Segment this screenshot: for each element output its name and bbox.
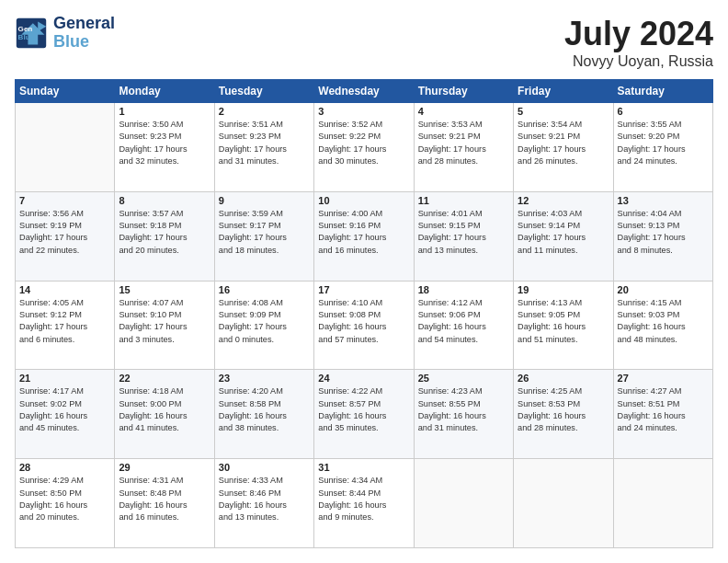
- day-info: Sunrise: 3:57 AM Sunset: 9:18 PM Dayligh…: [119, 208, 210, 257]
- calendar-cell: 2Sunrise: 3:51 AM Sunset: 9:23 PM Daylig…: [214, 103, 313, 192]
- day-number: 3: [318, 106, 409, 117]
- logo-icon: Gen Blue: [15, 17, 48, 50]
- calendar-cell: 22Sunrise: 4:18 AM Sunset: 9:00 PM Dayli…: [115, 370, 214, 459]
- day-number: 28: [19, 462, 110, 473]
- title-block: July 2024 Novyy Uoyan, Russia: [564, 15, 713, 70]
- calendar-cell: 16Sunrise: 4:08 AM Sunset: 9:09 PM Dayli…: [214, 281, 313, 370]
- calendar-cell: 4Sunrise: 3:53 AM Sunset: 9:21 PM Daylig…: [414, 103, 513, 192]
- day-number: 24: [318, 373, 409, 384]
- day-number: 9: [219, 195, 310, 206]
- calendar-cell: 28Sunrise: 4:29 AM Sunset: 8:50 PM Dayli…: [16, 459, 115, 548]
- day-info: Sunrise: 4:22 AM Sunset: 8:57 PM Dayligh…: [318, 385, 409, 434]
- calendar-cell: [514, 459, 613, 548]
- day-info: Sunrise: 4:03 AM Sunset: 9:14 PM Dayligh…: [518, 208, 609, 257]
- day-info: Sunrise: 3:59 AM Sunset: 9:17 PM Dayligh…: [219, 208, 310, 257]
- weekday-header-thursday: Thursday: [414, 80, 513, 103]
- calendar-cell: 23Sunrise: 4:20 AM Sunset: 8:58 PM Dayli…: [214, 370, 313, 459]
- day-number: 17: [318, 284, 409, 295]
- day-number: 31: [318, 462, 409, 473]
- calendar-cell: 7Sunrise: 3:56 AM Sunset: 9:19 PM Daylig…: [16, 191, 115, 281]
- day-number: 14: [19, 284, 110, 295]
- calendar-week-4: 21Sunrise: 4:17 AM Sunset: 9:02 PM Dayli…: [16, 370, 713, 459]
- day-number: 1: [119, 106, 210, 117]
- day-info: Sunrise: 3:55 AM Sunset: 9:20 PM Dayligh…: [618, 119, 709, 167]
- calendar-week-2: 7Sunrise: 3:56 AM Sunset: 9:19 PM Daylig…: [16, 191, 713, 281]
- calendar-cell: 6Sunrise: 3:55 AM Sunset: 9:20 PM Daylig…: [613, 103, 712, 192]
- calendar-cell: 9Sunrise: 3:59 AM Sunset: 9:17 PM Daylig…: [214, 191, 313, 281]
- day-number: 25: [418, 373, 509, 384]
- day-info: Sunrise: 4:12 AM Sunset: 9:06 PM Dayligh…: [418, 297, 509, 346]
- day-info: Sunrise: 3:53 AM Sunset: 9:21 PM Dayligh…: [418, 119, 509, 167]
- day-info: Sunrise: 4:25 AM Sunset: 8:53 PM Dayligh…: [518, 385, 609, 434]
- day-info: Sunrise: 4:10 AM Sunset: 9:08 PM Dayligh…: [318, 297, 409, 346]
- day-number: 27: [618, 373, 709, 384]
- day-info: Sunrise: 4:07 AM Sunset: 9:10 PM Dayligh…: [119, 297, 210, 346]
- calendar-cell: 26Sunrise: 4:25 AM Sunset: 8:53 PM Dayli…: [514, 370, 613, 459]
- location-title: Novyy Uoyan, Russia: [564, 53, 713, 70]
- weekday-header-tuesday: Tuesday: [214, 80, 313, 103]
- day-number: 18: [418, 284, 509, 295]
- day-number: 6: [618, 106, 709, 117]
- svg-text:Gen: Gen: [18, 25, 33, 33]
- calendar-cell: 11Sunrise: 4:01 AM Sunset: 9:15 PM Dayli…: [414, 191, 513, 281]
- calendar-cell: 5Sunrise: 3:54 AM Sunset: 9:21 PM Daylig…: [514, 103, 613, 192]
- day-info: Sunrise: 3:52 AM Sunset: 9:22 PM Dayligh…: [318, 119, 409, 167]
- calendar-header-row: SundayMondayTuesdayWednesdayThursdayFrid…: [16, 80, 713, 103]
- calendar-cell: 1Sunrise: 3:50 AM Sunset: 9:23 PM Daylig…: [115, 103, 214, 192]
- calendar-cell: 14Sunrise: 4:05 AM Sunset: 9:12 PM Dayli…: [16, 281, 115, 370]
- day-number: 15: [119, 284, 210, 295]
- calendar-cell: 17Sunrise: 4:10 AM Sunset: 9:08 PM Dayli…: [314, 281, 414, 370]
- day-info: Sunrise: 4:00 AM Sunset: 9:16 PM Dayligh…: [318, 208, 409, 257]
- calendar-body: 1Sunrise: 3:50 AM Sunset: 9:23 PM Daylig…: [16, 103, 713, 548]
- calendar-week-3: 14Sunrise: 4:05 AM Sunset: 9:12 PM Dayli…: [16, 281, 713, 370]
- calendar-cell: 19Sunrise: 4:13 AM Sunset: 9:05 PM Dayli…: [514, 281, 613, 370]
- logo: Gen Blue General Blue: [15, 15, 115, 52]
- day-number: 13: [618, 195, 709, 206]
- calendar-cell: 27Sunrise: 4:27 AM Sunset: 8:51 PM Dayli…: [613, 370, 712, 459]
- day-info: Sunrise: 4:05 AM Sunset: 9:12 PM Dayligh…: [19, 297, 110, 346]
- calendar-cell: 18Sunrise: 4:12 AM Sunset: 9:06 PM Dayli…: [414, 281, 513, 370]
- day-info: Sunrise: 4:18 AM Sunset: 9:00 PM Dayligh…: [119, 385, 210, 434]
- calendar-week-5: 28Sunrise: 4:29 AM Sunset: 8:50 PM Dayli…: [16, 459, 713, 548]
- day-info: Sunrise: 4:20 AM Sunset: 8:58 PM Dayligh…: [219, 385, 310, 434]
- day-info: Sunrise: 4:15 AM Sunset: 9:03 PM Dayligh…: [618, 297, 709, 346]
- day-info: Sunrise: 3:51 AM Sunset: 9:23 PM Dayligh…: [219, 119, 310, 167]
- weekday-header-sunday: Sunday: [16, 80, 115, 103]
- day-number: 22: [119, 373, 210, 384]
- calendar-table: SundayMondayTuesdayWednesdayThursdayFrid…: [15, 79, 713, 548]
- day-number: 8: [119, 195, 210, 206]
- day-info: Sunrise: 4:31 AM Sunset: 8:48 PM Dayligh…: [119, 475, 210, 523]
- day-info: Sunrise: 4:29 AM Sunset: 8:50 PM Dayligh…: [19, 475, 110, 523]
- day-number: 20: [618, 284, 709, 295]
- calendar-cell: 8Sunrise: 3:57 AM Sunset: 9:18 PM Daylig…: [115, 191, 214, 281]
- day-number: 16: [219, 284, 310, 295]
- month-title: July 2024: [564, 15, 713, 53]
- day-number: 12: [518, 195, 609, 206]
- calendar-cell: 20Sunrise: 4:15 AM Sunset: 9:03 PM Dayli…: [613, 281, 712, 370]
- day-number: 5: [518, 106, 609, 117]
- day-number: 26: [518, 373, 609, 384]
- day-info: Sunrise: 4:13 AM Sunset: 9:05 PM Dayligh…: [518, 297, 609, 346]
- day-number: 4: [418, 106, 509, 117]
- calendar-cell: 30Sunrise: 4:33 AM Sunset: 8:46 PM Dayli…: [214, 459, 313, 548]
- calendar-cell: 31Sunrise: 4:34 AM Sunset: 8:44 PM Dayli…: [314, 459, 414, 548]
- weekday-header-friday: Friday: [514, 80, 613, 103]
- day-info: Sunrise: 4:04 AM Sunset: 9:13 PM Dayligh…: [618, 208, 709, 257]
- calendar-cell: [16, 103, 115, 192]
- calendar-cell: 21Sunrise: 4:17 AM Sunset: 9:02 PM Dayli…: [16, 370, 115, 459]
- calendar-cell: 29Sunrise: 4:31 AM Sunset: 8:48 PM Dayli…: [115, 459, 214, 548]
- day-info: Sunrise: 4:17 AM Sunset: 9:02 PM Dayligh…: [19, 385, 110, 434]
- page-header: Gen Blue General Blue July 2024 Novyy Uo…: [15, 15, 713, 70]
- logo-text: General Blue: [53, 15, 115, 52]
- calendar-cell: [613, 459, 712, 548]
- calendar-cell: [414, 459, 513, 548]
- day-info: Sunrise: 4:23 AM Sunset: 8:55 PM Dayligh…: [418, 385, 509, 434]
- calendar-cell: 24Sunrise: 4:22 AM Sunset: 8:57 PM Dayli…: [314, 370, 414, 459]
- calendar-cell: 12Sunrise: 4:03 AM Sunset: 9:14 PM Dayli…: [514, 191, 613, 281]
- day-number: 11: [418, 195, 509, 206]
- day-info: Sunrise: 4:34 AM Sunset: 8:44 PM Dayligh…: [318, 475, 409, 523]
- day-number: 19: [518, 284, 609, 295]
- day-info: Sunrise: 4:27 AM Sunset: 8:51 PM Dayligh…: [618, 385, 709, 434]
- calendar-cell: 3Sunrise: 3:52 AM Sunset: 9:22 PM Daylig…: [314, 103, 414, 192]
- day-info: Sunrise: 4:33 AM Sunset: 8:46 PM Dayligh…: [219, 475, 310, 523]
